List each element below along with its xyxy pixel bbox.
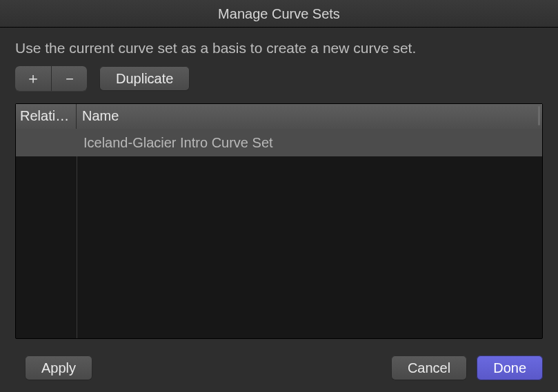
add-button[interactable]: ＋ — [15, 66, 51, 91]
dialog-footer: Apply Cancel Done — [15, 355, 543, 380]
dialog-content: Use the current curve set as a basis to … — [0, 28, 558, 392]
table-body[interactable]: Iceland-Glacier Intro Curve Set — [16, 129, 542, 338]
column-header-relation[interactable]: Relati… — [16, 104, 77, 129]
description-text: Use the current curve set as a basis to … — [15, 40, 543, 56]
cell-name[interactable]: Iceland-Glacier Intro Curve Set — [77, 135, 542, 151]
remove-button[interactable]: － — [51, 66, 87, 91]
cancel-button[interactable]: Cancel — [391, 355, 467, 380]
curve-set-table: Relati… Name Iceland-Glacier Intro Curve… — [15, 103, 543, 339]
scrollbar-indicator — [538, 106, 540, 125]
toolbar: ＋ － Duplicate — [15, 66, 543, 91]
window-title: Manage Curve Sets — [218, 6, 340, 21]
window-titlebar: Manage Curve Sets — [0, 0, 558, 28]
column-header-name[interactable]: Name — [77, 104, 542, 129]
plus-icon: ＋ — [26, 68, 41, 89]
duplicate-button[interactable]: Duplicate — [99, 66, 190, 91]
table-row[interactable]: Iceland-Glacier Intro Curve Set — [16, 129, 542, 156]
done-button[interactable]: Done — [477, 355, 543, 380]
table-header-row: Relati… Name — [16, 104, 542, 129]
apply-button[interactable]: Apply — [25, 355, 92, 380]
minus-icon: － — [62, 68, 77, 89]
add-remove-segment: ＋ － — [15, 66, 87, 91]
